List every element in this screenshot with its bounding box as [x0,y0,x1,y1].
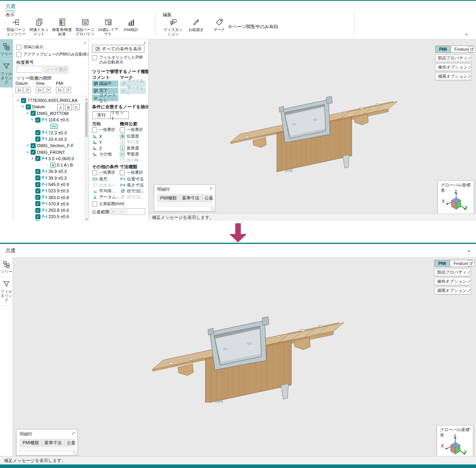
expand-toggle-icon[interactable] [31,208,35,212]
direction-filter-item[interactable]: Z [92,145,112,151]
tree-node[interactable]: ✓ 39.9 ±0.3 [13,168,85,175]
collapse-panel-icon[interactable] [83,41,86,45]
collapse-all-button[interactable] [44,87,51,93]
operation-options-button[interactable]: 操作オプション [435,63,472,71]
expand-toggle-icon[interactable] [31,182,35,186]
ribbon-button[interactable]: ディスカッション [162,18,184,36]
expand-toggle-icon[interactable] [26,150,30,154]
collapse-diag-icon[interactable] [467,427,471,431]
ribbon-button[interactable]: 部品ページプロパティ [74,18,96,36]
tol-range-value-input[interactable] [126,208,145,215]
other-filter-item[interactable]: 不均等... [92,188,120,194]
reset-button[interactable]: リセット [111,111,129,119]
drawing-options-button[interactable]: 描画オプション [435,73,472,80]
3d-viewport[interactable]: PMI Feature 部品プロパティ 操作オプション 描画オプション 明細行 … [13,257,476,456]
collapse-all-button[interactable] [64,87,71,93]
sidebar-tab-filter[interactable]: フィルタリング [0,277,13,305]
geotol-filter-item[interactable]: ∥ 平行度 [120,139,143,145]
collapse-diag-icon[interactable] [71,431,75,435]
expand-all-button[interactable] [56,87,63,93]
datum-badge[interactable]: B [65,104,72,110]
collapse-diag-icon[interactable] [468,182,472,186]
direction-select-all-checkbox[interactable] [92,127,97,132]
geotol-filter-item[interactable]: ▱ 平面度 [120,151,143,157]
tab-common[interactable]: 共通 [6,247,15,254]
node-select-button[interactable]: ノード選択 [44,66,68,73]
ribbon-button[interactable]: 部品バージョンツリー [5,18,27,36]
auto-show-filtered-row[interactable]: フィルタリングしたPMIのみ自動表示 [92,55,146,65]
datum-badge[interactable]: A [57,104,64,110]
sidebar-tab-filter[interactable]: フィルタリング [0,59,13,88]
show-3da-checkbox[interactable] [16,45,21,50]
expand-toggle-icon[interactable] [31,118,35,122]
ribbon-collapse-icon[interactable] [464,33,470,36]
node-checkbox[interactable]: ✓ [35,169,40,174]
direction-filter-item[interactable]: その他 [92,151,112,157]
ribbon-button[interactable]: お絵描き [185,18,207,36]
run-button[interactable]: 実行 [92,111,111,119]
node-checkbox[interactable]: ✓ [35,188,40,194]
expand-toggle-icon[interactable] [31,131,35,135]
node-checkbox[interactable]: ✓ [35,201,40,206]
pmi-toggle-segment[interactable]: PMI [435,260,450,267]
popout-icon[interactable] [468,46,475,52]
dimtype-filter-item[interactable]: 長さ寸法 [120,182,144,188]
mark-filter-button[interactable]: ⊘ マークなし [120,88,146,94]
expand-toggle-icon[interactable] [31,169,35,173]
pmi-toggle-segment[interactable]: PMI [436,46,451,52]
collapse-all-button[interactable] [23,87,31,93]
node-checkbox[interactable]: ✓ [35,208,40,213]
popout-icon[interactable] [468,260,474,267]
node-checkbox[interactable]: ✓ [26,104,31,109]
node-checkbox[interactable]: ✓ [35,117,40,123]
tree-node[interactable]: Misc [13,123,85,129]
inspection-no-input[interactable] [16,66,42,73]
geotol-filter-item[interactable]: ⊥ 直角度 [120,145,143,151]
expand-toggle-icon[interactable] [46,124,50,128]
tree-node[interactable]: ✓ 39.9 ±0.3 [13,175,85,181]
tree-node[interactable]: ✓ Datum ABC [13,104,85,110]
tree-node[interactable]: ✓ DWG_BOTTOM [13,110,85,117]
expand-toggle-icon[interactable] [31,202,35,206]
dimtype-filter-item[interactable]: 径寸法(... [120,188,144,194]
sidebar-tab-tree[interactable]: ツリー [0,39,13,59]
node-checkbox[interactable]: ✓ [35,175,40,180]
sidebar-tab-tree[interactable]: ツリー [0,257,13,277]
tree-node[interactable]: ✓ 118.6 ±0.5 [13,117,85,123]
auto-show-pmi-checkbox[interactable] [16,52,21,57]
ribbon-button[interactable]: 検査表/検査結果 [51,18,73,36]
ribbon-button[interactable]: 2D図レイアウト [97,18,119,36]
other-select-all-row[interactable]: 一括選択 [92,170,115,175]
expand-toggle-icon[interactable] [21,105,25,109]
tree-scrollbar[interactable]: ▲ ▼ [84,97,88,221]
3d-model[interactable] [147,299,347,403]
tree-node[interactable]: ✓ 393.0 ±0.8 [13,194,85,200]
dimtype-filter-item[interactable]: 位置寸法 [120,176,144,182]
node-checkbox[interactable]: ✓ [31,143,36,148]
tol-range-operator-select[interactable]: < [110,208,125,215]
expand-toggle-icon[interactable] [31,137,35,141]
expand-toggle-icon[interactable] [31,196,35,199]
direction-filter-item[interactable]: X [92,133,112,139]
auto-show-filtered-checkbox[interactable] [92,55,97,60]
tree-node[interactable]: ✓ 545.0 ±0.9 [13,181,85,188]
3d-model[interactable] [228,80,399,172]
node-checkbox[interactable]: ✓ [31,150,36,155]
drawing-options-button[interactable]: 描画オプション [434,287,471,294]
tree-node[interactable]: ✓ 370.8 ±0.6 [13,201,85,207]
comment-filter-button[interactable]: 議論中 [92,81,118,87]
node-checkbox[interactable]: ✓ [35,156,40,161]
part-properties-button[interactable]: 部品プロパティ [434,269,471,276]
other-filter-item[interactable]: データム... [92,194,120,200]
expand-all-button[interactable] [36,87,43,93]
datum-badge[interactable]: C [73,104,80,110]
tree-node[interactable]: ✓ DWG_FRONT [13,149,85,155]
tol-range-checkbox[interactable] [92,201,97,207]
expand-toggle-icon[interactable] [26,144,30,148]
geotol-select-all-row[interactable]: 一括選択 [120,127,143,132]
geotol-filter-item[interactable]: ⊕ 位置度 [120,133,143,139]
expand-toggle-icon[interactable] [26,111,30,115]
tree-node[interactable]: ✓ 220.5 ±0.6 [13,213,85,220]
dimtype-select-all-row[interactable]: 一括選択 [120,170,143,175]
direction-filter-item[interactable]: Y [92,139,112,145]
